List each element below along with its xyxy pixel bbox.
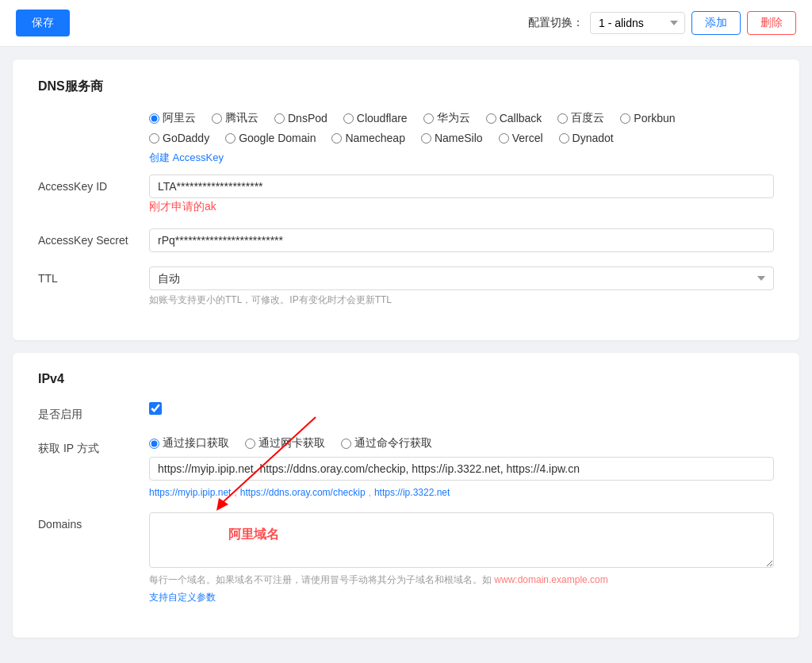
ip-hint-1[interactable]: https://myip.ipip.net <box>149 487 231 498</box>
enabled-label: 是否启用 <box>38 402 149 422</box>
top-bar: 保存 配置切换： 1 - alidns 2 - config2 添加 删除 <box>0 0 812 47</box>
ipv4-section-title: IPv4 <box>38 372 774 386</box>
domains-hint: 每行一个域名。如果域名不可注册，请使用冒号手动将其分为子域名和根域名。如 www… <box>149 573 774 587</box>
ip-methods-row: 通过接口获取 通过网卡获取 通过命令行获取 <box>149 436 774 450</box>
accesskey-secret-label: AccessKey Secret <box>38 228 149 247</box>
enabled-checkbox-label[interactable] <box>149 402 774 415</box>
enabled-checkbox[interactable] <box>149 402 162 415</box>
accesskey-secret-wrap <box>149 228 774 252</box>
get-ip-row: 获取 IP 方式 通过接口获取 通过网卡获取 通过命令行获取 https://m… <box>38 436 774 498</box>
save-button[interactable]: 保存 <box>16 10 70 36</box>
ip-method-cmd[interactable]: 通过命令行获取 <box>341 436 432 450</box>
domains-textarea[interactable] <box>149 512 774 568</box>
accesskey-id-input[interactable] <box>149 174 774 198</box>
ttl-hint: 如账号支持更小的TTL，可修改。IP有变化时才会更新TTL <box>149 293 774 307</box>
dns-option-vercel[interactable]: Vercel <box>499 132 543 144</box>
dns-option-huawei[interactable]: 华为云 <box>423 111 470 125</box>
get-ip-label: 获取 IP 方式 <box>38 436 149 456</box>
dns-option-namesilo[interactable]: NameSilo <box>421 132 483 144</box>
dns-option-porkbun[interactable]: Porkbun <box>620 112 675 125</box>
dns-option-baidu[interactable]: 百度云 <box>557 111 604 125</box>
dns-section-title: DNS服务商 <box>38 79 774 95</box>
dns-provider-row2: GoDaddy Google Domain Namecheap NameSilo… <box>149 132 774 144</box>
ttl-label: TTL <box>38 266 149 285</box>
ipv4-section: IPv4 是否启用 获取 IP 方式 通过接口获取 通过网卡获取 通过命令行获取 <box>13 353 799 638</box>
ip-api-urls-input[interactable] <box>149 457 774 481</box>
dns-option-aliyun[interactable]: 阿里云 <box>149 111 196 125</box>
dns-option-dnspod[interactable]: DnsPod <box>274 112 327 125</box>
domains-row: Domains 阿里域名 每行一个域名。如果域名不可注册，请使用冒号手动将其分为… <box>38 512 774 604</box>
domains-wrap: 阿里域名 每行一个域名。如果域名不可注册，请使用冒号手动将其分为子域名和根域名。… <box>149 512 774 604</box>
ip-hint-2[interactable]: https://ddns.oray.com/checkip <box>240 487 366 498</box>
ip-method-api[interactable]: 通过接口获取 <box>149 436 229 450</box>
ttl-select[interactable]: 自动 60 120 300 600 <box>149 266 774 290</box>
config-switch-label: 配置切换： <box>528 16 584 30</box>
ip-hint-3[interactable]: https://ip.3322.net <box>374 487 450 498</box>
domains-relative: 阿里域名 <box>149 512 774 570</box>
dns-section: DNS服务商 阿里云 腾讯云 DnsPod Cloudflare 华为云 Cal… <box>13 59 799 340</box>
accesskey-secret-row: AccessKey Secret <box>38 228 774 252</box>
ip-method-nic[interactable]: 通过网卡获取 <box>245 436 325 450</box>
dns-option-cloudflare[interactable]: Cloudflare <box>343 112 408 125</box>
accesskey-secret-input[interactable] <box>149 228 774 252</box>
dns-provider-row1: 阿里云 腾讯云 DnsPod Cloudflare 华为云 Callback 百… <box>149 111 774 125</box>
accesskey-id-hint: 刚才申请的ak <box>149 200 774 214</box>
domains-example-link: www:domain.example.com <box>494 574 607 585</box>
config-select[interactable]: 1 - alidns 2 - config2 <box>590 12 685 34</box>
custom-params-link[interactable]: 支持自定义参数 <box>149 592 216 603</box>
enabled-row: 是否启用 <box>38 402 774 422</box>
get-ip-wrap: 通过接口获取 通过网卡获取 通过命令行获取 https://myip.ipip.… <box>149 436 774 498</box>
svg-marker-1 <box>216 498 228 511</box>
ttl-row: TTL 自动 60 120 300 600 如账号支持更小的TTL，可修改。IP… <box>38 266 774 307</box>
accesskey-id-row: AccessKey ID 刚才申请的ak <box>38 174 774 214</box>
add-button[interactable]: 添加 <box>691 11 741 35</box>
ip-api-hints: https://myip.ipip.net , https://ddns.ora… <box>149 487 774 498</box>
create-ak-link[interactable]: 创建 AccessKey <box>149 151 224 163</box>
ttl-wrap: 自动 60 120 300 600 如账号支持更小的TTL，可修改。IP有变化时… <box>149 266 774 307</box>
dns-option-google[interactable]: Google Domain <box>225 132 316 144</box>
dns-option-callback[interactable]: Callback <box>486 112 542 125</box>
enabled-wrap <box>149 402 774 415</box>
dns-option-namecheap[interactable]: Namecheap <box>331 132 405 144</box>
dns-option-tencent[interactable]: 腾讯云 <box>212 111 259 125</box>
domains-label: Domains <box>38 512 149 531</box>
dns-option-dynadot[interactable]: Dynadot <box>559 132 614 144</box>
accesskey-id-label: AccessKey ID <box>38 174 149 193</box>
accesskey-id-wrap: 刚才申请的ak <box>149 174 774 214</box>
delete-button[interactable]: 删除 <box>747 11 796 35</box>
config-switch-area: 配置切换： 1 - alidns 2 - config2 添加 删除 <box>528 11 796 35</box>
dns-option-godaddy[interactable]: GoDaddy <box>149 132 209 144</box>
